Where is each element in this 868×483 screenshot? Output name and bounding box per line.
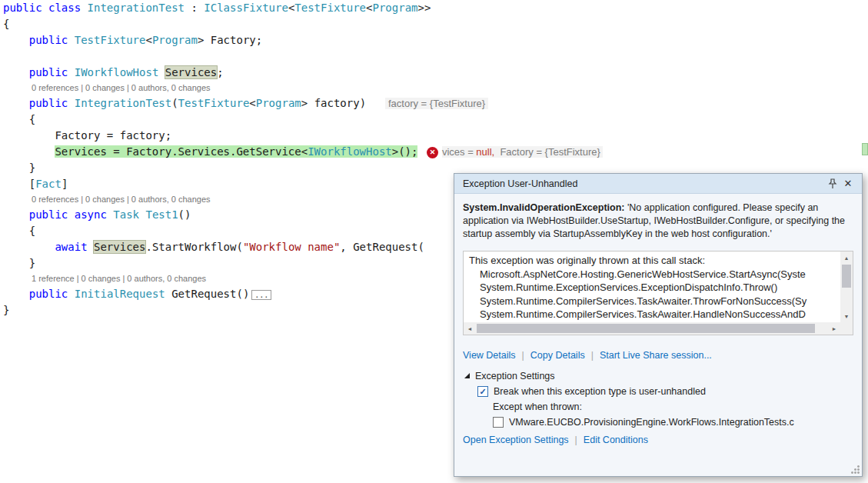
code-token: > factory)	[301, 97, 366, 109]
code-token: TestFixture	[294, 2, 366, 14]
code-token: IClassFixture	[204, 2, 288, 14]
popup-body: System.InvalidOperationException: 'No ap…	[454, 194, 862, 445]
code-token: Program	[152, 34, 198, 46]
code-token: ;	[217, 66, 223, 78]
code-line: {	[0, 112, 868, 128]
code-token: await	[55, 241, 94, 253]
code-token	[3, 145, 55, 158]
close-icon[interactable]: ✕	[840, 176, 856, 192]
except-type-label: VMware.EUCBO.ProvisioningEngine.WorkFlow…	[509, 417, 794, 428]
copy-details-link[interactable]: Copy Details	[530, 350, 585, 361]
scroll-down-icon[interactable]: ▼	[840, 310, 853, 322]
code-token: IWorkflowHost	[308, 145, 392, 158]
except-when-thrown-label: Except when thrown:	[493, 401, 853, 412]
break-checkbox-label: Break when this exception type is user-u…	[494, 386, 706, 397]
code-token: InitialRequest	[75, 288, 171, 300]
separator: |	[522, 350, 524, 361]
code-token: public	[29, 34, 75, 46]
callstack-header: This exception was originally thrown at …	[469, 254, 837, 268]
code-token: IntegrationTest	[75, 97, 171, 109]
callstack-frame: System.Runtime.ExceptionServices.Excepti…	[469, 281, 837, 295]
resize-grip[interactable]	[850, 465, 860, 475]
code-token	[417, 145, 424, 158]
open-exception-settings-link[interactable]: Open Exception Settings	[463, 435, 569, 445]
code-token	[3, 208, 29, 221]
code-token: Factory = factory;	[3, 129, 171, 142]
code-token: {	[3, 225, 35, 237]
code-token: public	[29, 66, 75, 78]
code-token: <	[249, 97, 255, 109]
code-token: Fact	[35, 178, 62, 190]
code-line: public TestFixture<Program> Factory;	[0, 32, 868, 48]
popup-title-bar: Exception User-Unhandled ✕	[454, 174, 862, 194]
edit-conditions-link[interactable]: Edit Conditions	[584, 435, 648, 445]
error-icon[interactable]: ✕	[427, 147, 438, 158]
code-token	[3, 288, 29, 300]
exception-helper-popup: Exception User-Unhandled ✕ System.Invali…	[454, 173, 863, 477]
code-token: ]	[62, 178, 68, 190]
action-links-row: View Details | Copy Details | Start Live…	[463, 350, 853, 361]
horizontal-scrollbar[interactable]: ◄ ►	[464, 322, 840, 335]
expander-triangle-icon[interactable]	[464, 373, 470, 378]
exception-message: System.InvalidOperationException: 'No ap…	[463, 202, 853, 241]
code-token: , GetRequest(	[340, 241, 424, 253]
code-token: null,	[476, 146, 494, 158]
code-token: .StartWorkflow(	[145, 241, 242, 253]
live-share-link[interactable]: Start Live Share session...	[600, 350, 712, 361]
exception-settings-header[interactable]: Exception Settings	[463, 371, 853, 381]
pin-icon[interactable]	[825, 176, 840, 192]
code-token: Services = Factory.Services.GetService<	[55, 145, 308, 158]
code-token: ...	[251, 290, 271, 300]
popup-title: Exception User-Unhandled	[463, 178, 825, 189]
view-details-link[interactable]: View Details	[463, 350, 516, 361]
code-token	[3, 66, 29, 78]
code-token: Program	[372, 2, 417, 14]
except-checkbox-row: VMware.EUCBO.ProvisioningEngine.WorkFlow…	[493, 417, 853, 428]
code-token: }	[3, 162, 35, 174]
code-token: :	[185, 2, 204, 14]
callstack-frame: Microsoft.AspNetCore.Hosting.GenericWebH…	[469, 268, 837, 281]
exception-type: System.InvalidOperationException:	[463, 202, 624, 213]
except-type-checkbox[interactable]	[493, 417, 504, 428]
break-checkbox[interactable]: ✓	[477, 386, 488, 397]
code-token: Services	[94, 241, 145, 253]
code-token: IntegrationTest	[88, 2, 185, 14]
scroll-left-icon[interactable]: ◄	[464, 322, 476, 335]
vertical-scrollbar[interactable]: ▲ ▼	[840, 251, 853, 322]
code-token: >();	[392, 145, 418, 158]
code-token: {	[3, 18, 9, 30]
code-token: vices =	[442, 146, 476, 158]
code-token: >>	[418, 2, 431, 14]
code-token: TestFixture	[75, 34, 146, 46]
code-token	[3, 241, 55, 253]
break-checkbox-row: ✓ Break when this exception type is user…	[477, 386, 853, 397]
code-line: {	[0, 16, 868, 32]
code-token	[366, 97, 385, 109]
code-token: <	[145, 34, 151, 46]
callstack-text: This exception was originally thrown at …	[464, 251, 840, 322]
horizontal-scrollbar-thumb[interactable]	[477, 324, 815, 333]
code-token: public	[29, 288, 75, 300]
code-token: 0 references | 0 changes | 0 authors, 0 …	[32, 83, 211, 92]
vertical-scrollbar-thumb[interactable]	[842, 265, 851, 288]
code-token: Task	[113, 208, 145, 221]
code-line: public IntegrationTest(TestFixture<Progr…	[0, 95, 868, 112]
code-line: Services = Factory.Services.GetService<I…	[0, 144, 868, 160]
code-token: Services	[165, 66, 217, 78]
code-token: IWorkflowHost	[75, 66, 165, 78]
code-token: GetRequest()	[171, 288, 249, 300]
code-token: [	[3, 178, 35, 190]
scroll-right-icon[interactable]: ►	[828, 322, 840, 335]
code-token: TestFixture	[178, 97, 250, 109]
separator: |	[575, 435, 577, 445]
scroll-up-icon[interactable]: ▲	[840, 251, 853, 264]
code-token: Factory = {TestFixture}	[494, 146, 603, 158]
code-line	[0, 48, 868, 65]
code-line: public IWorkflowHost Services;	[0, 65, 868, 81]
codelens-line[interactable]: 0 references | 0 changes | 0 authors, 0 …	[0, 81, 868, 95]
callstack-frame: System.Runtime.CompilerServices.TaskAwai…	[469, 295, 837, 308]
callstack-box[interactable]: This exception was originally thrown at …	[463, 251, 853, 335]
code-token: "Workflow name"	[243, 241, 340, 253]
code-line: public class IntegrationTest : IClassFix…	[0, 0, 868, 16]
separator: |	[591, 350, 594, 361]
